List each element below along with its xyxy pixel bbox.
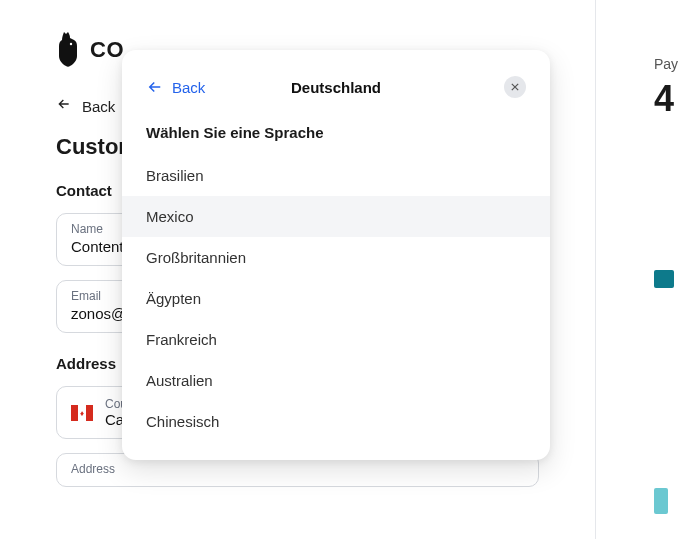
pay-amount: 4 — [654, 78, 681, 120]
close-icon — [511, 83, 519, 91]
language-option[interactable]: Chinesisch — [122, 401, 550, 442]
product-thumbnail — [654, 270, 674, 288]
language-option[interactable]: Brasilien — [122, 155, 550, 196]
modal-section-title: Wählen Sie eine Sprache — [122, 124, 550, 141]
flag-canada-icon: ♦ — [71, 405, 93, 421]
address-field-label: Address — [71, 462, 524, 476]
llama-logo-icon — [56, 30, 84, 70]
summary-panel: Pay 4 — [654, 0, 681, 539]
back-label: Back — [82, 98, 115, 115]
product-thumbnail — [654, 488, 668, 514]
language-picker-modal: Back Deutschland Wählen Sie eine Sprache… — [122, 50, 550, 460]
language-option-list: BrasilienMexicoGroßbritannienÄgyptenFran… — [122, 155, 550, 442]
arrow-left-icon — [146, 78, 164, 96]
modal-title: Deutschland — [291, 79, 381, 96]
modal-back-button[interactable]: Back — [146, 78, 205, 96]
svg-point-0 — [70, 43, 72, 45]
arrow-left-icon — [56, 96, 72, 116]
language-option[interactable]: Frankreich — [122, 319, 550, 360]
brand-name: CO — [90, 37, 124, 63]
modal-back-label: Back — [172, 79, 205, 96]
modal-close-button[interactable] — [504, 76, 526, 98]
language-option[interactable]: Großbritannien — [122, 237, 550, 278]
language-option[interactable]: Ägypten — [122, 278, 550, 319]
language-option[interactable]: Mexico — [122, 196, 550, 237]
language-option[interactable]: Australien — [122, 360, 550, 401]
pay-label: Pay — [654, 56, 681, 72]
